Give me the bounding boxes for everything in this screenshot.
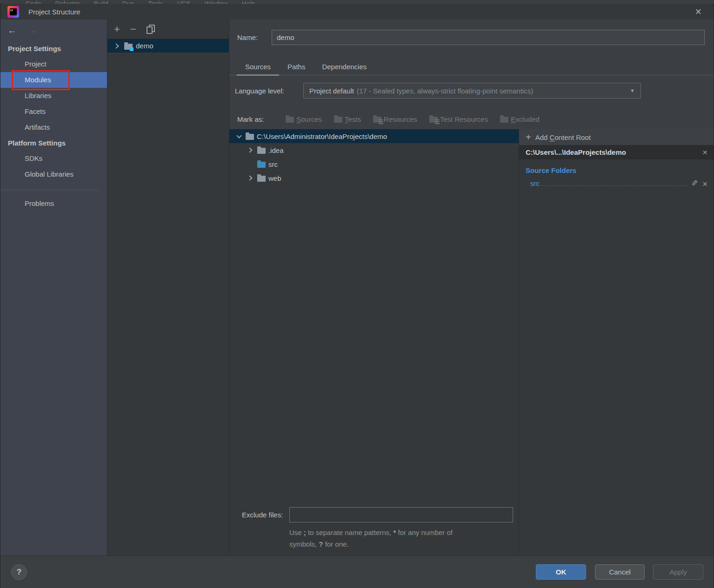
modules-list-panel: + − demo [107, 20, 229, 555]
sidebar-item-problems[interactable]: Problems [0, 196, 107, 211]
intellij-logo-text: IJ [10, 8, 17, 15]
sources-folder-icon [286, 117, 294, 123]
forward-arrow-icon[interactable]: → [28, 25, 37, 36]
sidebar-item-libraries[interactable]: Libraries [0, 88, 107, 104]
settings-sidebar: ← → Project Settings Project Modules Lib… [0, 20, 107, 555]
tab-paths[interactable]: Paths [279, 58, 314, 75]
language-level-select[interactable]: Project default (17 - Sealed types, alwa… [303, 83, 641, 99]
source-folder-icon [257, 162, 266, 168]
dialog-titlebar: IJ Project Structure × [0, 4, 714, 20]
folder-icon [257, 176, 266, 182]
sidebar-item-facets[interactable]: Facets [0, 104, 107, 119]
bg-menu-item: Tools [148, 0, 163, 4]
remove-source-folder-icon[interactable]: × [702, 179, 707, 188]
tree-row-web[interactable]: web [229, 171, 519, 185]
mark-as-test-resources-button[interactable]: Test Resources [429, 115, 488, 123]
sidebar-item-project[interactable]: Project [0, 56, 107, 72]
module-editor-panel: Name: Sources Paths Dependencies Languag… [229, 20, 714, 555]
dotted-leader [541, 185, 687, 186]
sidebar-item-sdks[interactable]: SDKs [0, 151, 107, 166]
apply-button[interactable]: Apply [653, 564, 703, 580]
content-roots-panel: + Add Content Root C:\Users\...\IdeaProj… [519, 129, 714, 555]
plus-icon: + [526, 132, 531, 142]
name-label: Name: [237, 33, 272, 41]
remove-module-icon[interactable]: − [130, 24, 136, 34]
tests-folder-icon [334, 117, 342, 123]
bg-menu-item: VCS [177, 0, 191, 4]
tree-row-content-root[interactable]: C:\Users\Administrator\IdeaProjects\demo [229, 129, 519, 143]
background-menu-sliver: Code Refactor Build Run Tools VCS Window… [0, 0, 714, 4]
bg-menu-item: Refactor [55, 0, 80, 4]
exclude-files-label: Exclude files: [242, 511, 289, 519]
source-folder-entry[interactable]: src ✎ × [530, 177, 707, 188]
language-level-value: Project default [309, 87, 354, 95]
module-name-label: demo [136, 42, 153, 50]
dialog-title: Project Structure [28, 8, 80, 16]
tab-sources[interactable]: Sources [237, 58, 279, 75]
bg-menu-item: Code [26, 0, 41, 4]
ok-button[interactable]: OK [536, 564, 586, 580]
remove-content-root-icon[interactable]: × [702, 148, 707, 157]
chevron-right-icon[interactable] [247, 147, 252, 152]
sidebar-item-modules[interactable]: Modules [0, 72, 107, 88]
content-root-path: C:\Users\...\IdeaProjects\demo [526, 148, 626, 156]
content-root-entry[interactable]: C:\Users\...\IdeaProjects\demo × [519, 145, 714, 159]
module-name-input[interactable] [272, 30, 705, 45]
sidebar-group-project-settings: Project Settings [0, 41, 107, 56]
tree-row-label: .idea [268, 146, 284, 154]
dialog-footer: ? OK Cancel Apply [0, 555, 714, 588]
test-resources-folder-icon [429, 117, 438, 123]
source-folders-header: Source Folders [526, 166, 714, 174]
edit-pencil-icon[interactable]: ✎ [691, 178, 698, 188]
help-button[interactable]: ? [11, 564, 27, 580]
exclude-files-hint: Use ; to separate name patterns, * for a… [289, 527, 513, 550]
cancel-button[interactable]: Cancel [595, 564, 645, 580]
exclude-files-input[interactable] [289, 507, 513, 522]
bg-menu-item: Window [205, 0, 228, 4]
tree-row-label: web [268, 174, 281, 182]
module-folder-icon [124, 44, 133, 50]
source-folder-name: src [530, 179, 540, 188]
close-icon[interactable]: × [695, 7, 701, 17]
excluded-folder-icon [500, 117, 508, 123]
tree-row-idea[interactable]: .idea [229, 143, 519, 157]
tab-dependencies[interactable]: Dependencies [314, 58, 375, 75]
sidebar-group-platform-settings: Platform Settings [0, 135, 107, 151]
mark-as-label: Mark as: [237, 115, 286, 123]
bg-menu-item: Run [122, 0, 134, 4]
project-structure-dialog: IJ Project Structure × ← → Project Setti… [0, 4, 714, 588]
language-level-note: (17 - Sealed types, always-strict floati… [357, 87, 533, 95]
chevron-right-icon[interactable] [247, 175, 252, 180]
tree-row-src[interactable]: src [229, 157, 519, 171]
bg-menu-item: Build [93, 0, 108, 4]
tree-row-label: C:\Users\Administrator\IdeaProjects\demo [257, 132, 387, 140]
sidebar-item-modules-label: Modules [25, 76, 51, 84]
chevron-right-icon[interactable] [113, 43, 119, 48]
sidebar-item-global-libraries[interactable]: Global Libraries [0, 166, 107, 182]
mark-as-sources-button[interactable]: Sources [286, 115, 322, 123]
language-level-label: Language level: [235, 87, 303, 95]
folder-icon [246, 134, 254, 140]
module-tabs: Sources Paths Dependencies [229, 58, 714, 75]
mark-as-tests-button[interactable]: Tests [334, 115, 361, 123]
folder-icon [257, 148, 266, 154]
add-module-icon[interactable]: + [114, 24, 120, 34]
sidebar-divider [0, 190, 99, 190]
tree-row-label: src [268, 160, 278, 168]
mark-as-excluded-button[interactable]: Excluded [500, 115, 540, 123]
back-arrow-icon[interactable]: ← [7, 25, 17, 36]
sidebar-item-artifacts[interactable]: Artifacts [0, 119, 107, 135]
copy-module-icon[interactable] [147, 25, 154, 33]
mark-as-resources-button[interactable]: Resources [373, 115, 417, 123]
chevron-down-icon: ▼ [630, 88, 635, 93]
modules-toolbar: + − [107, 20, 229, 39]
module-list-item-demo[interactable]: demo [107, 39, 229, 53]
resources-folder-icon [373, 117, 381, 123]
add-content-root-button[interactable]: + Add Content Root [519, 129, 714, 145]
intellij-logo-icon: IJ [7, 6, 19, 18]
chevron-down-icon[interactable] [236, 133, 241, 138]
content-root-tree: C:\Users\Administrator\IdeaProjects\demo… [229, 129, 519, 555]
bg-menu-item: Help [242, 0, 255, 4]
